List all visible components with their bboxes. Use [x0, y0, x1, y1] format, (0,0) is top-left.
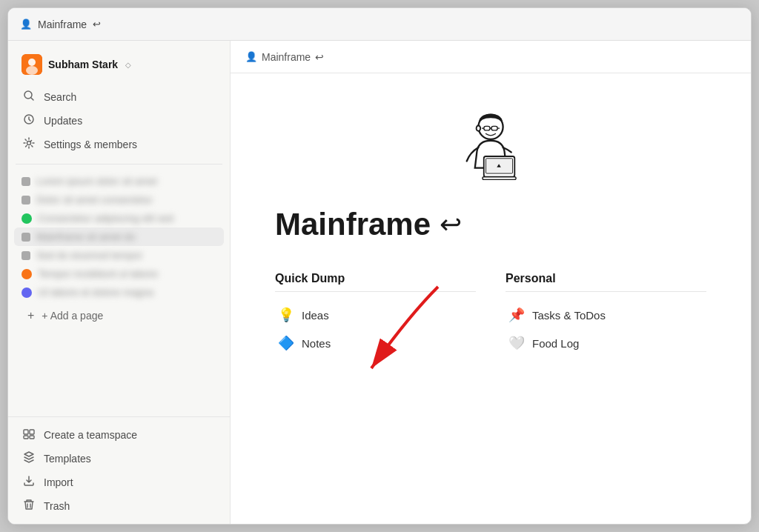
ideas-icon: 💡 [278, 307, 294, 323]
foodlog-icon: 🤍 [508, 335, 525, 351]
page-label: Dolor sit amet consectetur [36, 194, 216, 205]
clock-icon [21, 113, 36, 128]
page-label: Lorem ipsum dolor sit amet [36, 176, 216, 187]
return-symbol: ↩ [440, 209, 462, 240]
teamspace-label: Create a teamspace [44, 429, 137, 441]
page-header: 👤 Mainframe ↩ [231, 41, 751, 73]
section-quick-dump: Quick Dump 💡 Ideas 🔷 Notes [275, 272, 476, 357]
tasks-label: Tasks & ToDos [532, 309, 606, 322]
sidebar-item-settings[interactable]: Settings & members [14, 133, 224, 156]
sidebar-item-trash[interactable]: Trash [14, 494, 224, 518]
list-item[interactable]: Ut labore et dolore magna [14, 283, 224, 302]
svg-rect-9 [24, 436, 28, 439]
svg-rect-13 [491, 126, 497, 130]
updates-label: Updates [44, 115, 82, 127]
sidebar: Subham Stark ◇ Search [8, 41, 231, 524]
list-item[interactable]: Mainframe sit amet do [14, 227, 224, 246]
section-item-foodlog[interactable]: 🤍 Food Log [506, 329, 706, 357]
sidebar-item-templates[interactable]: Templates [14, 447, 224, 471]
titlebar: 👤 Mainframe ↩ [8, 8, 751, 41]
titlebar-page-info: 👤 Mainframe ↩ [20, 19, 101, 30]
page-title-text: Mainframe [275, 207, 431, 242]
sidebar-item-import[interactable]: Import [14, 471, 224, 494]
titlebar-page-icon: 👤 [20, 19, 32, 30]
teamspace-icon [21, 428, 36, 442]
page-icon [21, 269, 32, 279]
search-label: Search [44, 91, 76, 103]
settings-label: Settings & members [44, 139, 137, 150]
page-label: Tempor incididunt ut labore [38, 268, 216, 279]
page-label: Mainframe sit amet do [36, 231, 216, 242]
notes-icon: 🔷 [278, 335, 294, 351]
header-return-icon: ↩ [315, 51, 324, 63]
section-title-quick-dump: Quick Dump [275, 272, 476, 292]
list-item[interactable]: Sed do eiusmod tempor [14, 246, 224, 265]
section-title-personal: Personal [506, 272, 706, 292]
sidebar-pages: Lorem ipsum dolor sit amet Dolor sit ame… [8, 169, 230, 416]
ideas-label: Ideas [302, 309, 329, 322]
import-label: Import [44, 476, 73, 488]
svg-rect-20 [483, 177, 516, 180]
sidebar-bottom: Create a teamspace Templates [8, 416, 230, 524]
search-icon [21, 90, 36, 104]
notes-label: Notes [302, 337, 331, 350]
svg-rect-12 [484, 126, 490, 130]
svg-point-1 [28, 59, 36, 66]
page-illustration [275, 103, 706, 192]
sidebar-nav: Search Updates [8, 82, 230, 159]
section-item-notes[interactable]: 🔷 Notes [275, 329, 476, 357]
page-icon [21, 251, 30, 260]
titlebar-page-name: Mainframe [38, 19, 87, 30]
page-icon [21, 196, 30, 205]
svg-rect-8 [30, 430, 34, 434]
add-page-button[interactable]: + + Add a page [20, 305, 218, 327]
page-label: Consectetur adipiscing elit sed [38, 213, 216, 224]
trash-icon [21, 499, 36, 513]
trash-label: Trash [44, 500, 70, 512]
page-title: Mainframe ↩ [275, 207, 706, 242]
import-icon [21, 475, 36, 490]
list-item[interactable]: Tempor incididunt ut labore [14, 265, 224, 283]
header-page-title: Mainframe [262, 51, 311, 63]
titlebar-return-icon: ↩ [93, 19, 101, 30]
page-icon [21, 233, 30, 242]
add-page-label: + Add a page [42, 310, 103, 322]
svg-rect-10 [30, 436, 34, 439]
sections-grid: Quick Dump 💡 Ideas 🔷 Notes Personal [275, 272, 706, 357]
templates-label: Templates [44, 453, 91, 465]
page-icon [21, 287, 32, 298]
list-item[interactable]: Consectetur adipiscing elit sed [14, 209, 224, 227]
sidebar-item-teamspace[interactable]: Create a teamspace [14, 423, 224, 447]
foodlog-label: Food Log [532, 337, 579, 350]
page-icon [21, 213, 32, 224]
user-menu[interactable]: Subham Stark ◇ [14, 50, 224, 79]
avatar [21, 54, 42, 75]
list-item[interactable]: Dolor sit amet consectetur [14, 190, 224, 209]
template-icon [21, 451, 36, 466]
list-item[interactable]: Lorem ipsum dolor sit amet [14, 172, 224, 190]
svg-point-2 [26, 66, 38, 75]
section-item-ideas[interactable]: 💡 Ideas [275, 301, 476, 329]
sidebar-divider [16, 164, 222, 164]
sidebar-item-updates[interactable]: Updates [14, 109, 224, 133]
sidebar-item-search[interactable]: Search [14, 85, 224, 109]
section-item-tasks[interactable]: 📌 Tasks & ToDos [506, 301, 706, 329]
svg-line-4 [31, 98, 33, 100]
tasks-icon: 📌 [508, 307, 525, 323]
chevron-down-icon: ◇ [125, 61, 131, 69]
page-icon [21, 177, 30, 186]
page-label: Sed do eiusmod tempor [36, 250, 216, 261]
user-name: Subham Stark [48, 59, 118, 70]
page-body: Mainframe ↩ Quick Dump 💡 Ideas 🔷 [231, 73, 751, 524]
main-content: 👤 Mainframe ↩ [231, 41, 751, 524]
svg-point-17 [477, 125, 481, 130]
settings-icon [21, 137, 36, 152]
svg-rect-7 [24, 430, 28, 434]
plus-icon: + [27, 309, 34, 322]
header-page-icon: 👤 [245, 51, 257, 62]
section-personal: Personal 📌 Tasks & ToDos 🤍 Food Log [506, 272, 706, 357]
page-label: Ut labore et dolore magna [38, 287, 216, 298]
